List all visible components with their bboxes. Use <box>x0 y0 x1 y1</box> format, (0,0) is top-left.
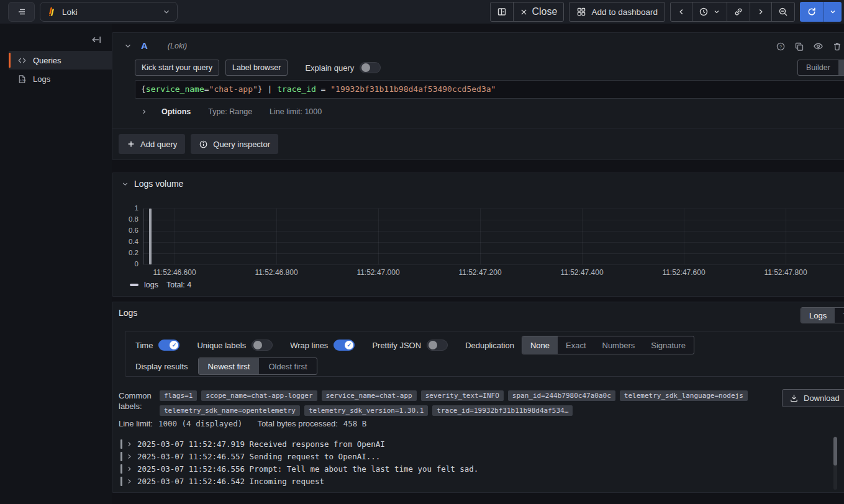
logs-panel-title: Logs <box>119 308 137 318</box>
help-icon[interactable]: ? <box>776 41 786 52</box>
toggle-switch-wrap-lines[interactable]: ✓ <box>334 340 355 351</box>
dedup-exact[interactable]: Exact <box>558 336 594 354</box>
display-results-row: Display results Newest firstOldest first <box>135 358 317 375</box>
expand-log-row-icon[interactable] <box>126 479 132 484</box>
query-inspector-button[interactable]: Query inspector <box>191 134 278 154</box>
volume-bar[interactable] <box>149 209 152 264</box>
log-row[interactable]: 2025-03-07 11:52:47.919 Received respons… <box>119 438 833 450</box>
query-ref-id[interactable]: A <box>141 40 148 51</box>
hide-response-eye-icon[interactable] <box>813 41 824 52</box>
time-range-picker-button[interactable] <box>692 2 727 21</box>
legend-series-name[interactable]: logs <box>144 281 158 289</box>
remove-query-trash-icon[interactable] <box>832 41 842 52</box>
download-logs-button[interactable]: Download <box>782 389 844 407</box>
log-row[interactable]: 2025-03-07 11:52:46.542 Incoming request <box>119 475 833 487</box>
toggle-knob: ✓ <box>345 341 353 349</box>
dedup-signature[interactable]: Signature <box>643 336 694 354</box>
chevron-down-icon[interactable] <box>124 42 132 50</box>
display-results-label: Display results <box>135 362 188 371</box>
zoom-out-icon <box>778 7 788 17</box>
toggle-knob: ✓ <box>170 341 178 349</box>
common-labels-label: Common labels: <box>119 389 160 419</box>
explain-query-toggle[interactable] <box>360 62 381 73</box>
options-line-limit: Line limit: 1000 <box>270 107 322 116</box>
collapse-left-icon <box>91 34 102 45</box>
x-axis-tick-label: 11:52:47.400 <box>548 268 616 277</box>
add-query-label: Add query <box>140 140 177 149</box>
share-link-button[interactable] <box>727 2 750 21</box>
x-axis-tick-label: 11:52:46.800 <box>242 268 311 277</box>
datasource-picker[interactable]: Loki <box>40 2 178 22</box>
add-query-button[interactable]: Add query <box>119 134 185 154</box>
editor-mode-code[interactable]: Code <box>838 60 844 75</box>
label-chip: scope_name=chat-app-logger <box>201 390 317 401</box>
query-token-label: service_name <box>146 84 204 94</box>
chevron-right-icon[interactable] <box>140 108 148 115</box>
sidebar-item-logs[interactable]: LOG Logs <box>9 70 112 88</box>
order-oldest-first[interactable]: Oldest first <box>259 358 316 374</box>
logs-volume-chart: 10.80.60.40.2011:52:46.60011:52:46.80011… <box>112 173 844 296</box>
explore-main: A (Loki) ? <box>112 24 844 504</box>
duplicate-query-icon[interactable] <box>794 41 804 52</box>
close-label: Close <box>532 6 558 17</box>
toggle-pair-wrap-lines: Wrap lines✓ <box>290 340 355 351</box>
query-options-row[interactable]: Options Type: Range Line limit: 1000 <box>140 107 322 116</box>
toggle-pair-unique-labels: Unique labels <box>197 340 273 351</box>
query-code-input[interactable]: {service_name="chat-app"} | trace_id = "… <box>135 80 844 99</box>
time-shift-forward-button[interactable] <box>750 2 771 21</box>
editor-mode-builder[interactable]: Builder <box>798 60 838 75</box>
toggle-label: Time <box>135 341 153 350</box>
options-type: Type: Range <box>208 107 252 116</box>
toggle-switch-unique-labels[interactable] <box>252 340 273 351</box>
split-view-button[interactable] <box>491 2 513 21</box>
kick-start-query-button[interactable]: Kick start your query <box>135 60 219 76</box>
expand-log-row-icon[interactable] <box>126 466 132 472</box>
query-datasource-hint: (Loki) <box>168 42 187 50</box>
grid-line-h <box>143 264 844 265</box>
sidebar-item-queries[interactable]: Queries <box>9 51 112 70</box>
mega-menu-button[interactable] <box>8 2 35 22</box>
expand-log-row-icon[interactable] <box>126 441 132 447</box>
dedup-none[interactable]: None <box>522 336 558 354</box>
toggle-knob <box>429 341 437 349</box>
query-row-header[interactable]: A (Loki) <box>124 40 187 51</box>
toggle-switch-time[interactable]: ✓ <box>158 340 179 351</box>
add-to-dashboard-button[interactable]: Add to dashboard <box>569 2 665 22</box>
dedup-numbers[interactable]: Numbers <box>594 336 643 354</box>
line-limit-value: 1000 (4 displayed) <box>158 419 242 428</box>
grid-line-v <box>786 209 786 264</box>
toggle-pair-prettify-json: Prettify JSON <box>372 340 448 351</box>
toggle-pair-time: Time✓ <box>135 340 179 351</box>
grafana-explore-page: Loki Close <box>0 0 844 504</box>
collapse-outline-button[interactable] <box>91 34 102 48</box>
logs-toggles-row: Time✓Unique labelsWrap lines✓Prettify JS… <box>135 336 694 354</box>
toggle-label: Unique labels <box>197 341 246 350</box>
order-newest-first[interactable]: Newest first <box>199 358 260 374</box>
refresh-interval-dropdown[interactable] <box>824 2 842 22</box>
scrollbar-thumb[interactable] <box>833 437 837 466</box>
svg-text:?: ? <box>779 43 782 49</box>
zoom-out-time-button[interactable] <box>771 2 794 21</box>
toggle-switch-prettify-json[interactable] <box>427 340 448 351</box>
view-mode-table[interactable]: Table <box>835 308 844 323</box>
run-query-button[interactable] <box>800 2 824 22</box>
label-browser-button[interactable]: Label browser <box>225 60 288 76</box>
explain-query-control: Explain query <box>305 62 381 73</box>
close-split-button[interactable]: Close <box>513 2 564 21</box>
query-actions: Add query Query inspector <box>119 134 278 154</box>
grid-line-v <box>175 209 175 264</box>
view-mode-logs[interactable]: Logs <box>801 308 835 323</box>
close-group: Close <box>490 2 565 22</box>
chevron-left-icon <box>677 7 686 16</box>
log-row[interactable]: 2025-03-07 11:52:46.556 Prompt: Tell me … <box>119 462 833 475</box>
expand-log-row-icon[interactable] <box>126 454 132 459</box>
log-row[interactable]: 2025-03-07 11:52:46.557 Sending request … <box>119 450 833 462</box>
options-label[interactable]: Options <box>161 107 191 116</box>
time-shift-back-button[interactable] <box>671 2 692 21</box>
log-level-bar <box>120 477 122 486</box>
label-chip: severity_text=INFO <box>421 390 504 401</box>
logs-scrollbar[interactable] <box>833 436 837 490</box>
add-to-dashboard-label: Add to dashboard <box>591 7 658 17</box>
log-line-text: 2025-03-07 11:52:46.556 Prompt: Tell me … <box>137 464 478 474</box>
logs-options-box: Time✓Unique labelsWrap lines✓Prettify JS… <box>125 331 844 377</box>
